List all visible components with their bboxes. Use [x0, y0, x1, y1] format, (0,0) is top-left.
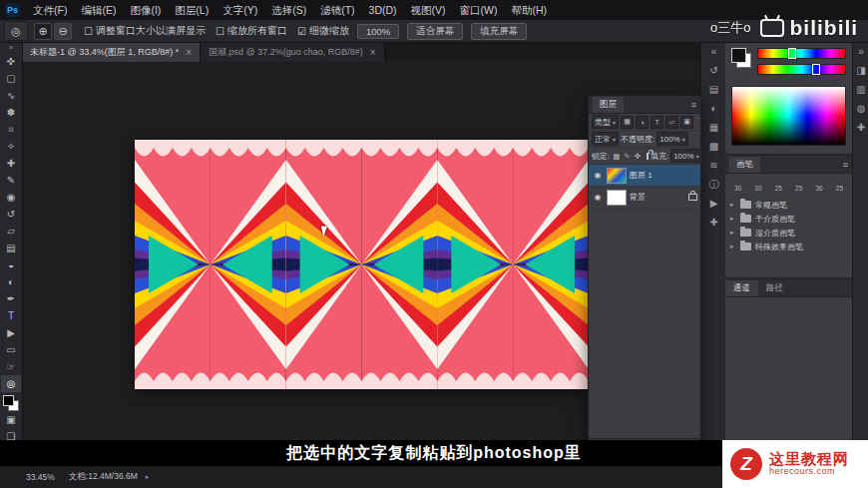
fill-screen-button[interactable]: 填充屏幕 [471, 23, 527, 40]
color-panel-icon[interactable]: ◨ [853, 61, 868, 80]
menu-select[interactable]: 选择(S) [264, 0, 313, 20]
history-panel-icon[interactable]: ↺ [701, 61, 726, 80]
resize-window-checkbox[interactable]: ☐ 调整窗口大小以满屏显示 [84, 24, 206, 38]
hue-slider-2[interactable] [757, 64, 846, 75]
shapes-panel-icon[interactable]: ◍ [853, 99, 868, 118]
brush-preset[interactable]: 30 [730, 177, 745, 195]
color-swatch-pair[interactable] [731, 48, 751, 68]
gradients-panel-icon[interactable]: ▥ [853, 80, 868, 99]
brush-preset[interactable]: 25 [832, 177, 847, 195]
filter-smart-object-icon[interactable]: ▣ [680, 116, 693, 129]
eraser-tool[interactable]: ▱ [1, 223, 21, 240]
panel-menu-icon[interactable]: ≡ [691, 100, 696, 110]
clone-stamp-tool[interactable]: ◉ [1, 189, 21, 206]
swatches-panel-icon[interactable]: ▩ [701, 137, 726, 156]
filter-shape-icon[interactable]: ▱ [665, 116, 678, 129]
tab-layers[interactable]: 图层 [593, 97, 624, 113]
hand-tool[interactable]: ☞ [1, 358, 21, 375]
healing-brush-tool[interactable]: ✚ [1, 155, 21, 172]
brush-tool[interactable]: ✎ [1, 172, 21, 189]
brush-preset[interactable]: 25 [771, 177, 786, 195]
filter-type-icon[interactable]: T [651, 116, 663, 129]
document-tab-active[interactable]: 未标题-1 @ 33.4%(图层 1, RGB/8#) * × [22, 43, 201, 62]
panel-menu-icon[interactable]: ≡ [843, 160, 848, 170]
gradient-tool[interactable]: ▤ [1, 240, 21, 256]
eyedropper-tool[interactable]: ✧ [1, 138, 21, 155]
tab-paths[interactable]: 路径 [758, 280, 791, 296]
add-panel-icon[interactable]: ✚ [853, 118, 868, 137]
menu-help[interactable]: 帮助(H) [505, 0, 555, 20]
styles-panel-icon[interactable]: ✚ [701, 213, 726, 232]
adjustments-panel-icon[interactable]: ◐ [701, 99, 726, 118]
expand-panels-icon[interactable]: « [701, 42, 726, 61]
layer-thumbnail[interactable] [607, 190, 627, 206]
quick-select-tool[interactable]: ✽ [1, 104, 21, 121]
collapse-toolbar-icon[interactable]: » [9, 42, 13, 53]
brush-folder-dry-media[interactable]: ▸ 干介质画笔 [730, 212, 847, 226]
document-tab-inactive[interactable]: 国潮.psd @ 37.2%(guo chao, RGB/8#) × [201, 43, 385, 62]
foreground-background-swatches[interactable] [3, 395, 19, 411]
color-spectrum-ramp[interactable] [731, 86, 846, 146]
slider-marker[interactable] [812, 64, 820, 75]
actual-pixels-button[interactable]: 100% [357, 24, 399, 39]
brush-preset[interactable]: 36 [812, 177, 827, 195]
lock-transparent-icon[interactable]: ▦ [613, 152, 620, 161]
brush-preset[interactable]: 25 [791, 177, 806, 195]
menu-filter[interactable]: 滤镜(T) [313, 0, 361, 20]
lasso-tool[interactable]: ∿ [1, 87, 21, 104]
background-layer-row[interactable]: ◉ 背景 [589, 187, 700, 209]
brush-preset[interactable]: 30 [750, 177, 765, 195]
patterns-panel-icon[interactable]: ≋ [701, 156, 726, 175]
scrubby-zoom-checkbox[interactable]: ☑ 细微缩放 [297, 24, 349, 38]
foreground-color-swatch[interactable] [3, 395, 14, 406]
blend-mode-dropdown[interactable]: 正常 ▾ [592, 132, 619, 146]
quick-mask-button[interactable]: ▣ [1, 411, 21, 428]
shape-tool[interactable]: ▭ [1, 341, 21, 358]
menu-layer[interactable]: 图层(L) [168, 0, 216, 20]
menu-view[interactable]: 视图(V) [404, 0, 453, 20]
move-tool[interactable]: ✜ [1, 53, 21, 70]
info-panel-icon[interactable]: ⓘ [701, 175, 726, 194]
collapse-dock-icon[interactable]: » [853, 42, 868, 61]
filter-type-dropdown[interactable]: 类型 ▾ [592, 115, 619, 129]
lock-all-icon[interactable] [647, 153, 649, 160]
menu-window[interactable]: 窗口(W) [453, 0, 505, 20]
brush-folder-general[interactable]: ▸ 常规画笔 [730, 198, 847, 212]
crop-tool[interactable]: ⌗ [1, 121, 21, 138]
properties-panel-icon[interactable]: ▤ [701, 80, 726, 99]
pen-tool[interactable]: ✒ [1, 290, 21, 307]
menu-type[interactable]: 文字(Y) [216, 0, 264, 20]
close-icon[interactable]: × [370, 47, 376, 58]
brush-folder-wet-media[interactable]: ▸ 湿介质画笔 [730, 226, 847, 240]
blur-tool[interactable]: ◒ [1, 256, 21, 273]
layer-row-selected[interactable]: ◉ 图层 1 [589, 165, 700, 187]
brush-folder-special-effects[interactable]: ▸ 特殊效果画笔 [730, 240, 847, 253]
fit-screen-button[interactable]: 适合屏幕 [407, 23, 463, 40]
zoom-out-button[interactable]: ⊖ [54, 23, 72, 40]
foreground-color-swatch[interactable] [731, 48, 746, 63]
zoom-all-windows-checkbox[interactable]: ☐ 缩放所有窗口 [216, 24, 287, 38]
marquee-tool[interactable]: ▢ [1, 70, 21, 87]
zoom-level-field[interactable]: 33.45% [26, 472, 55, 482]
visibility-eye-icon[interactable]: ◉ [592, 171, 604, 180]
path-select-tool[interactable]: ▶ [1, 324, 21, 341]
menu-file[interactable]: 文件(F) [26, 0, 74, 20]
actions-panel-icon[interactable]: ▶ [701, 194, 726, 213]
libraries-panel-icon[interactable]: ▦ [701, 118, 726, 137]
history-brush-tool[interactable]: ↺ [1, 206, 21, 223]
slider-marker[interactable] [788, 48, 796, 59]
menu-edit[interactable]: 编辑(E) [74, 0, 123, 20]
type-tool[interactable]: T [1, 307, 21, 324]
status-arrow-icon[interactable]: ▸ [146, 473, 150, 481]
tab-channels[interactable]: 通道 [725, 280, 758, 296]
fill-field[interactable]: 100% ▾ [670, 149, 701, 163]
zoom-tool-icon[interactable]: ◎ [4, 21, 28, 41]
lock-paint-icon[interactable]: ✎ [624, 152, 630, 161]
filter-adjustment-icon[interactable]: ◑ [636, 116, 649, 129]
zoom-in-button[interactable]: ⊕ [34, 23, 52, 40]
tab-brushes[interactable]: 画笔 [729, 157, 760, 173]
menu-3d[interactable]: 3D(D) [362, 0, 404, 20]
filter-pixel-icon[interactable]: ▦ [621, 116, 634, 129]
opacity-field[interactable]: 100% ▾ [656, 132, 687, 146]
lock-position-icon[interactable]: ✜ [635, 152, 641, 161]
